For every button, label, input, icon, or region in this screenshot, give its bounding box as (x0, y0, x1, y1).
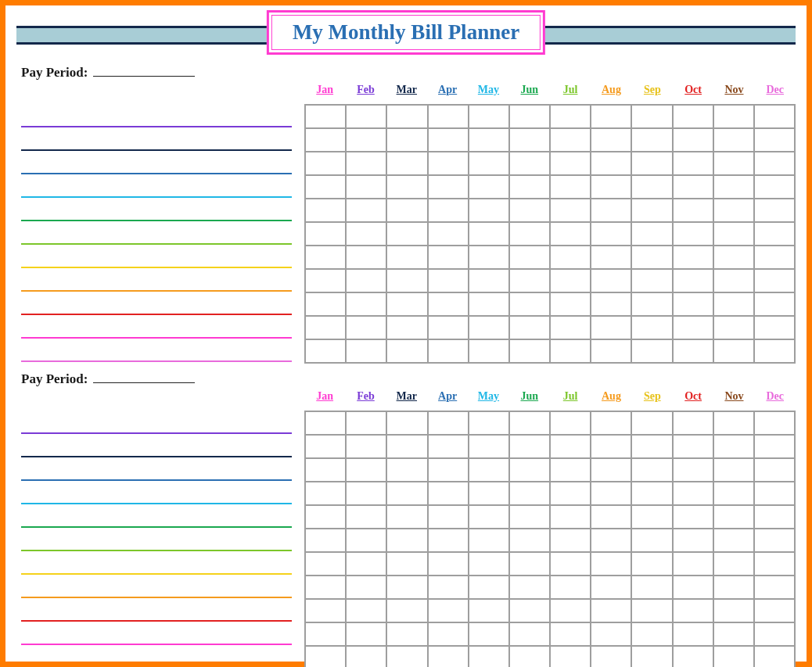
grid-cell[interactable] (632, 199, 673, 223)
grid-cell[interactable] (591, 529, 632, 553)
grid-cell[interactable] (755, 576, 796, 600)
grid-cell[interactable] (551, 176, 591, 199)
grid-cell[interactable] (510, 623, 551, 647)
grid-cell[interactable] (510, 600, 551, 623)
grid-cell[interactable] (306, 482, 347, 506)
grid-cell[interactable] (632, 176, 673, 199)
grid-cell[interactable] (306, 106, 347, 129)
grid-cell[interactable] (591, 270, 632, 293)
grid-cell[interactable] (591, 506, 632, 529)
grid-cell[interactable] (632, 482, 673, 506)
grid-cell[interactable] (714, 436, 755, 459)
grid-cell[interactable] (674, 412, 714, 436)
grid-cell[interactable] (347, 412, 387, 436)
grid-cell[interactable] (306, 152, 347, 176)
grid-cell[interactable] (632, 129, 673, 152)
bill-name-line[interactable] (21, 457, 292, 481)
grid-cell[interactable] (755, 600, 796, 623)
grid-cell[interactable] (510, 106, 551, 129)
bill-name-line[interactable] (21, 245, 292, 268)
grid-cell[interactable] (674, 600, 714, 623)
grid-cell[interactable] (755, 506, 796, 529)
bill-name-line[interactable] (21, 411, 292, 434)
grid-cell[interactable] (347, 623, 387, 647)
grid-cell[interactable] (714, 223, 755, 246)
grid-cell[interactable] (755, 176, 796, 199)
grid-cell[interactable] (510, 412, 551, 436)
pay-period-input-line[interactable] (93, 66, 195, 77)
grid-cell[interactable] (387, 270, 428, 293)
grid-cell[interactable] (591, 600, 632, 623)
grid-cell[interactable] (632, 106, 673, 129)
grid-cell[interactable] (591, 293, 632, 317)
grid-cell[interactable] (387, 317, 428, 340)
bill-name-line[interactable] (21, 645, 292, 667)
grid-cell[interactable] (755, 340, 796, 364)
grid-cell[interactable] (429, 152, 469, 176)
grid-cell[interactable] (632, 270, 673, 293)
grid-cell[interactable] (510, 199, 551, 223)
grid-cell[interactable] (306, 129, 347, 152)
grid-cell[interactable] (551, 317, 591, 340)
grid-cell[interactable] (591, 576, 632, 600)
grid-cell[interactable] (632, 246, 673, 270)
grid-cell[interactable] (306, 176, 347, 199)
grid-cell[interactable] (632, 529, 673, 553)
grid-cell[interactable] (387, 340, 428, 364)
grid-cell[interactable] (306, 506, 347, 529)
grid-cell[interactable] (347, 600, 387, 623)
pay-period-input-line[interactable] (93, 372, 195, 383)
grid-cell[interactable] (674, 223, 714, 246)
grid-cell[interactable] (714, 199, 755, 223)
grid-cell[interactable] (551, 459, 591, 482)
grid-cell[interactable] (591, 317, 632, 340)
grid-cell[interactable] (387, 199, 428, 223)
grid-cell[interactable] (387, 223, 428, 246)
grid-cell[interactable] (469, 317, 510, 340)
grid-cell[interactable] (674, 270, 714, 293)
grid-cell[interactable] (714, 152, 755, 176)
grid-cell[interactable] (306, 576, 347, 600)
grid-cell[interactable] (755, 246, 796, 270)
grid-cell[interactable] (714, 270, 755, 293)
bill-name-line[interactable] (21, 198, 292, 221)
grid-cell[interactable] (347, 223, 387, 246)
grid-cell[interactable] (429, 647, 469, 667)
grid-cell[interactable] (429, 293, 469, 317)
grid-cell[interactable] (429, 270, 469, 293)
grid-cell[interactable] (551, 529, 591, 553)
grid-cell[interactable] (632, 436, 673, 459)
grid-cell[interactable] (429, 317, 469, 340)
grid-cell[interactable] (714, 129, 755, 152)
grid-cell[interactable] (714, 176, 755, 199)
grid-cell[interactable] (306, 459, 347, 482)
grid-cell[interactable] (469, 576, 510, 600)
grid-cell[interactable] (306, 623, 347, 647)
bill-name-line[interactable] (21, 575, 292, 598)
grid-cell[interactable] (551, 199, 591, 223)
grid-cell[interactable] (469, 270, 510, 293)
grid-cell[interactable] (469, 106, 510, 129)
grid-cell[interactable] (429, 412, 469, 436)
grid-cell[interactable] (387, 152, 428, 176)
grid-cell[interactable] (429, 553, 469, 576)
grid-cell[interactable] (632, 506, 673, 529)
grid-cell[interactable] (755, 412, 796, 436)
grid-cell[interactable] (429, 340, 469, 364)
grid-cell[interactable] (306, 647, 347, 667)
grid-cell[interactable] (306, 223, 347, 246)
grid-cell[interactable] (714, 647, 755, 667)
grid-cell[interactable] (510, 529, 551, 553)
grid-cell[interactable] (755, 199, 796, 223)
bill-name-line[interactable] (21, 339, 292, 362)
grid-cell[interactable] (510, 553, 551, 576)
bill-name-line[interactable] (21, 292, 292, 315)
grid-cell[interactable] (632, 317, 673, 340)
grid-cell[interactable] (674, 152, 714, 176)
grid-cell[interactable] (632, 600, 673, 623)
grid-cell[interactable] (469, 647, 510, 667)
grid-cell[interactable] (469, 246, 510, 270)
grid-cell[interactable] (387, 436, 428, 459)
grid-cell[interactable] (387, 600, 428, 623)
grid-cell[interactable] (591, 412, 632, 436)
